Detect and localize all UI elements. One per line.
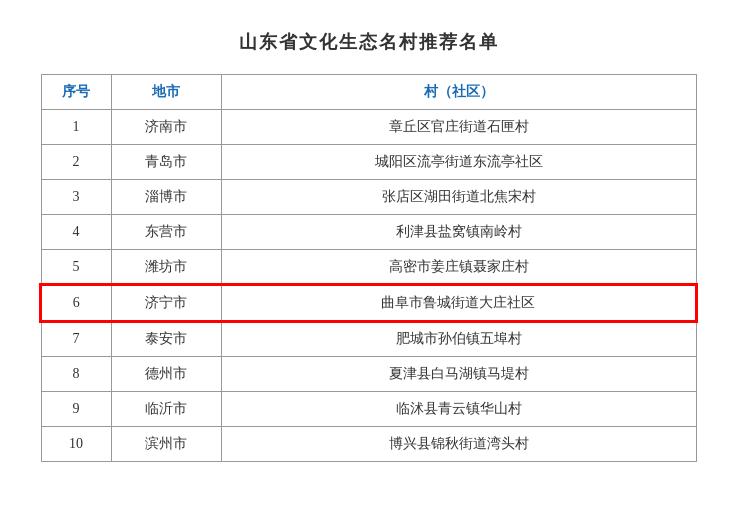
cell-village: 临沭县青云镇华山村 [221,392,696,427]
cell-num: 7 [41,321,111,357]
table-row: 8德州市夏津县白马湖镇马堤村 [41,357,696,392]
table-row: 9临沂市临沭县青云镇华山村 [41,392,696,427]
cell-village: 章丘区官庄街道石匣村 [221,110,696,145]
cell-village: 夏津县白马湖镇马堤村 [221,357,696,392]
table-row: 2青岛市城阳区流亭街道东流亭社区 [41,145,696,180]
cell-village: 城阳区流亭街道东流亭社区 [221,145,696,180]
cell-city: 德州市 [111,357,221,392]
cell-city: 东营市 [111,215,221,250]
table-row: 10滨州市博兴县锦秋街道湾头村 [41,427,696,462]
cell-city: 泰安市 [111,321,221,357]
cell-city: 济宁市 [111,285,221,321]
cell-village: 张店区湖田街道北焦宋村 [221,180,696,215]
cell-city: 临沂市 [111,392,221,427]
cell-city: 滨州市 [111,427,221,462]
table-row: 6济宁市曲阜市鲁城街道大庄社区 [41,285,696,321]
cell-num: 1 [41,110,111,145]
table-row: 7泰安市肥城市孙伯镇五埠村 [41,321,696,357]
table-row: 1济南市章丘区官庄街道石匣村 [41,110,696,145]
table-row: 5潍坊市高密市姜庄镇聂家庄村 [41,250,696,286]
cell-city: 潍坊市 [111,250,221,286]
table-row: 4东营市利津县盐窝镇南岭村 [41,215,696,250]
cell-village: 博兴县锦秋街道湾头村 [221,427,696,462]
cell-num: 10 [41,427,111,462]
cell-village: 肥城市孙伯镇五埠村 [221,321,696,357]
cell-city: 淄博市 [111,180,221,215]
header-num: 序号 [41,75,111,110]
cell-num: 6 [41,285,111,321]
page-title: 山东省文化生态名村推荐名单 [239,30,499,54]
cell-num: 5 [41,250,111,286]
cell-city: 青岛市 [111,145,221,180]
main-table: 序号 地市 村（社区） 1济南市章丘区官庄街道石匣村2青岛市城阳区流亭街道东流亭… [40,74,697,462]
cell-num: 2 [41,145,111,180]
table-header-row: 序号 地市 村（社区） [41,75,696,110]
cell-village: 高密市姜庄镇聂家庄村 [221,250,696,286]
cell-city: 济南市 [111,110,221,145]
cell-village: 利津县盐窝镇南岭村 [221,215,696,250]
cell-num: 3 [41,180,111,215]
header-city: 地市 [111,75,221,110]
cell-num: 4 [41,215,111,250]
cell-village: 曲阜市鲁城街道大庄社区 [221,285,696,321]
header-village: 村（社区） [221,75,696,110]
cell-num: 8 [41,357,111,392]
table-row: 3淄博市张店区湖田街道北焦宋村 [41,180,696,215]
cell-num: 9 [41,392,111,427]
